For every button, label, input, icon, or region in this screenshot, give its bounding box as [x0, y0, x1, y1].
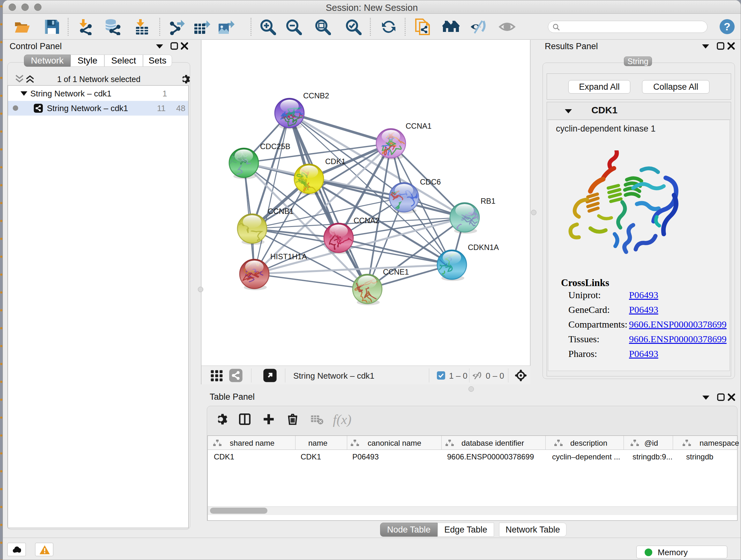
svg-text:CCNE1: CCNE1	[383, 267, 409, 276]
svg-text:RB1: RB1	[481, 197, 495, 205]
svg-text:CDC25B: CDC25B	[260, 142, 290, 151]
svg-text:CDC6: CDC6	[420, 178, 441, 186]
svg-text:CDKN1A: CDKN1A	[468, 243, 499, 252]
svg-text:CCNB1: CCNB1	[268, 207, 293, 215]
svg-text:CDK1: CDK1	[325, 157, 346, 166]
svg-text:CCNA2: CCNA2	[354, 216, 380, 225]
svg-text:HIST1H1A: HIST1H1A	[270, 252, 307, 261]
svg-text:CCNA1: CCNA1	[406, 122, 431, 130]
svg-text:CCNB2: CCNB2	[303, 91, 329, 100]
